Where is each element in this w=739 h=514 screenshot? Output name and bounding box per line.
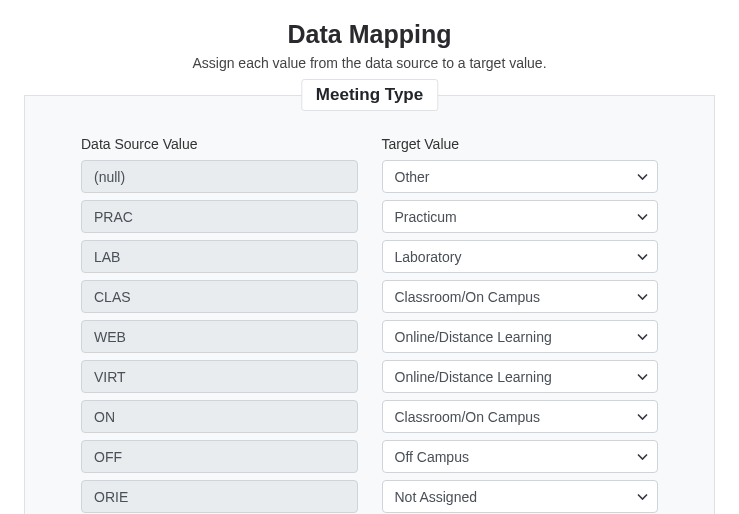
target-select[interactable]: Practicum (382, 200, 659, 233)
panel-legend: Meeting Type (301, 79, 438, 111)
source-value: VIRT (81, 360, 358, 393)
mapping-panel: Meeting Type Data Source Value (null) PR… (24, 95, 715, 514)
target-column: Target Value Other Practicum Laboratory (382, 136, 659, 514)
target-select[interactable]: Online/Distance Learning (382, 360, 659, 393)
target-column-header: Target Value (382, 136, 659, 152)
source-value: OFF (81, 440, 358, 473)
target-select[interactable]: Other (382, 160, 659, 193)
page-subtitle: Assign each value from the data source t… (0, 55, 739, 71)
target-select[interactable]: Not Assigned (382, 480, 659, 513)
source-value: CLAS (81, 280, 358, 313)
target-select[interactable]: Classroom/On Campus (382, 400, 659, 433)
source-column: Data Source Value (null) PRAC LAB CLAS W… (81, 136, 358, 514)
source-value: ON (81, 400, 358, 433)
source-column-header: Data Source Value (81, 136, 358, 152)
source-value: ORIE (81, 480, 358, 513)
target-select[interactable]: Classroom/On Campus (382, 280, 659, 313)
target-select[interactable]: Laboratory (382, 240, 659, 273)
source-value: (null) (81, 160, 358, 193)
source-value: LAB (81, 240, 358, 273)
source-value: WEB (81, 320, 358, 353)
target-select[interactable]: Off Campus (382, 440, 659, 473)
page-title: Data Mapping (0, 20, 739, 49)
source-value: PRAC (81, 200, 358, 233)
target-select[interactable]: Online/Distance Learning (382, 320, 659, 353)
